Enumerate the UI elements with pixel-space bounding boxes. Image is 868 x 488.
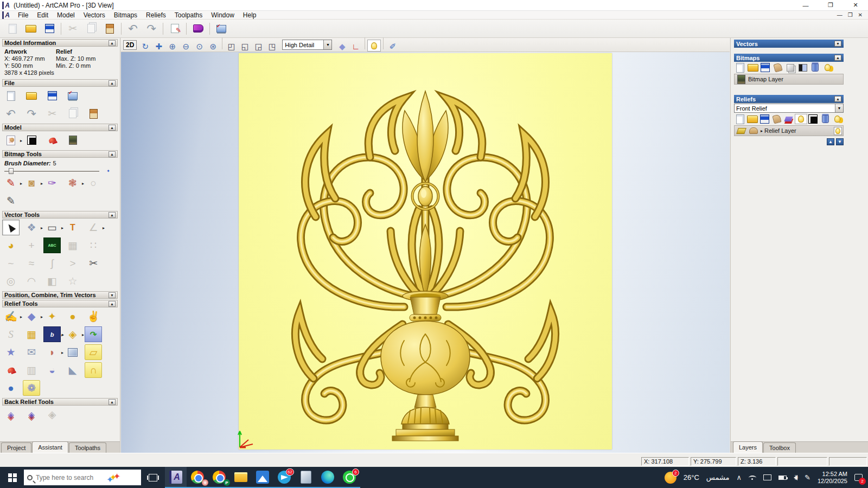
angled-plane-icon[interactable]: ◣ xyxy=(64,362,81,378)
collapse-bitmaps-button[interactable]: ▲ xyxy=(834,55,841,61)
paste-icon[interactable] xyxy=(85,106,102,121)
save-relief-layer-icon[interactable] xyxy=(758,114,770,124)
undo-icon[interactable]: ↶ xyxy=(2,106,20,121)
paste-text-icon[interactable] xyxy=(43,237,61,253)
copy-icon[interactable] xyxy=(82,21,100,36)
light-material-icon[interactable] xyxy=(43,132,61,148)
delete-bitmap-layer-icon[interactable] xyxy=(809,62,821,73)
detail-level-select[interactable]: High Detail ▼ xyxy=(282,40,332,50)
mirror-vectors-icon[interactable]: ◧ xyxy=(43,273,61,289)
combine-back-relief-icon[interactable]: ◈ xyxy=(23,407,40,422)
zoom-in-icon[interactable]: ⊕ xyxy=(165,41,179,53)
emboss-wizard-icon[interactable]: b▸ xyxy=(43,326,61,342)
taskbar-app-artcam[interactable]: A xyxy=(165,467,187,488)
toggle-relief-visibility-icon[interactable] xyxy=(832,114,844,124)
task-view-button[interactable] xyxy=(141,467,165,488)
clipart-arch-icon[interactable]: ∩ xyxy=(85,362,102,378)
clock[interactable]: 12:52 AM 12/20/2025 xyxy=(818,471,847,485)
view-3d-canvas[interactable]: .sA{fill:none;stroke:#8a690c;stroke-widt… xyxy=(121,52,730,453)
lighting-icon[interactable] xyxy=(367,40,381,52)
copy-icon[interactable] xyxy=(64,106,81,121)
volume-icon[interactable] xyxy=(794,475,797,480)
distort-grid-icon[interactable]: ▦ xyxy=(64,237,81,253)
sphere-texture-icon[interactable]: ● xyxy=(2,380,20,396)
petal-relief-icon[interactable]: ❁ xyxy=(23,380,40,396)
pen-icon[interactable]: ✎ xyxy=(805,473,810,481)
battery-icon[interactable] xyxy=(778,476,787,480)
reference-help-icon[interactable] xyxy=(189,21,207,36)
transform-vectors-icon[interactable]: ❖▸ xyxy=(23,220,40,235)
taskbar-app-browser-2[interactable]: P xyxy=(208,467,230,488)
menu-window[interactable]: Window xyxy=(207,11,239,20)
toggle-bitmap-visibility-icon[interactable] xyxy=(821,62,834,73)
sculpting-icon[interactable]: ✍▸ xyxy=(2,309,20,324)
flip-relief-icon[interactable]: ↷ xyxy=(85,326,102,342)
colour-picker-icon[interactable]: ✑ xyxy=(43,175,61,191)
move-layer-down-button[interactable]: ▼ xyxy=(836,138,844,145)
tab-toolpaths[interactable]: Toolpaths xyxy=(69,442,106,453)
bitmap-contrast-icon[interactable] xyxy=(796,62,809,73)
menu-file[interactable]: File xyxy=(14,11,33,20)
taskbar-app-telegram[interactable]: 62 xyxy=(273,467,295,488)
zoom-out-icon[interactable]: ⊖ xyxy=(179,41,193,53)
smooth-relief-icon[interactable]: ◆▸ xyxy=(23,309,40,324)
collapse-reliefs-button[interactable]: ▲ xyxy=(834,96,841,102)
tab-toolbox[interactable]: Toolbox xyxy=(763,442,796,453)
taskbar-app-edge[interactable] xyxy=(317,467,339,488)
draft-plane-icon[interactable]: ◆ xyxy=(335,41,349,53)
notes-icon[interactable] xyxy=(165,21,184,36)
node-edit-icon[interactable]: ~ xyxy=(2,255,20,271)
rename-bitmap-layer-icon[interactable] xyxy=(771,62,784,73)
save-bitmap-layer-icon[interactable] xyxy=(759,62,771,73)
taskbar-app-whatsapp[interactable]: 6 xyxy=(339,467,360,488)
clear-artwork-icon[interactable] xyxy=(64,132,81,148)
menu-toolpaths[interactable]: Toolpaths xyxy=(170,11,207,20)
create-text-icon[interactable]: T xyxy=(64,220,81,235)
create-rectangle-icon[interactable]: ▭▸ xyxy=(43,220,61,235)
copilot-sparkle-icon[interactable]: ✦ xyxy=(110,472,117,483)
toggle-2d-view-button[interactable]: 2D xyxy=(123,40,137,50)
fit-polyline-icon[interactable]: ≈ xyxy=(23,255,40,271)
nesting-icon[interactable]: ∷ xyxy=(85,237,102,253)
menu-vectors[interactable]: Vectors xyxy=(79,11,110,20)
select-vectors-icon[interactable] xyxy=(2,220,20,235)
tab-project[interactable]: Project xyxy=(1,442,31,453)
delete-relief-layer-icon[interactable] xyxy=(819,114,831,124)
collapse-vector-tools-button[interactable]: ▲ xyxy=(108,212,116,218)
tray-overflow-chevron-icon[interactable]: ∧ xyxy=(737,473,742,481)
weather-condition[interactable]: مشمس xyxy=(706,473,730,481)
view-iso-right-icon[interactable]: ◲ xyxy=(252,41,265,53)
shaded-view-icon[interactable]: ✐ xyxy=(386,41,399,53)
slider-thumb[interactable] xyxy=(9,168,14,174)
collapse-file-button[interactable]: ▲ xyxy=(108,80,116,86)
relief-layer-visibility-icon[interactable] xyxy=(834,127,842,135)
trim-vectors-icon[interactable]: ✂ xyxy=(85,255,102,271)
save-model-icon[interactable] xyxy=(40,21,59,36)
two-rail-sweep-icon[interactable]: ✌ xyxy=(85,309,102,324)
dome-shape-icon[interactable]: ● xyxy=(64,309,81,324)
taskbar-app-notepad[interactable] xyxy=(295,467,317,488)
open-bitmap-layer-icon[interactable] xyxy=(746,62,759,73)
merge-relief-layers-icon[interactable] xyxy=(783,114,795,124)
move-layer-up-button[interactable]: ▲ xyxy=(827,138,834,145)
cut-icon[interactable]: ✂ xyxy=(63,21,82,36)
wifi-icon[interactable] xyxy=(749,476,756,480)
child-close-button[interactable]: ✕ xyxy=(858,12,863,18)
draw-pen-icon[interactable]: ✎ xyxy=(2,193,20,209)
open-model-icon[interactable] xyxy=(23,88,40,104)
undo-icon[interactable]: ↶ xyxy=(124,21,142,36)
new-bitmap-layer-icon[interactable] xyxy=(734,62,746,73)
swap-back-relief-icon[interactable]: ◈ xyxy=(2,407,20,422)
brush-diameter-slider[interactable]: ✦ xyxy=(4,168,114,174)
paste-icon[interactable] xyxy=(100,21,119,36)
fit-arc-icon[interactable]: ◠ xyxy=(23,273,40,289)
tab-layers[interactable]: Layers xyxy=(733,441,763,453)
maximize-button[interactable]: ❐ xyxy=(818,0,843,10)
save-model-icon[interactable] xyxy=(43,88,61,104)
collapse-relief-tools-button[interactable]: ▲ xyxy=(108,301,116,307)
flood-erase-icon[interactable]: ○ xyxy=(85,175,102,191)
paint-tool-icon[interactable]: ✎▸ xyxy=(2,175,20,191)
search-input[interactable] xyxy=(36,474,106,481)
envelope-distort-icon[interactable]: ✉ xyxy=(23,344,40,360)
taskbar-app-browser-1[interactable]: ↓ xyxy=(187,467,208,488)
